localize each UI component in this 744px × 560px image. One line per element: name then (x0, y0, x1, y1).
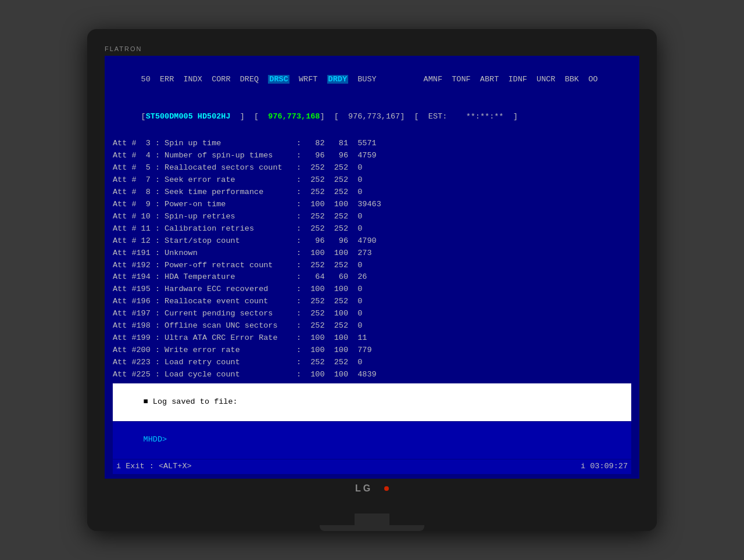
monitor-brand: FLATRON (105, 45, 639, 52)
attribute-row: Att #223 : Load retry count : 252 252 0 (113, 357, 631, 369)
log-text: ■ Log saved to file: (144, 397, 238, 406)
status-bar: i Exit : <ALT+X> i 03:09:27 (113, 460, 631, 474)
prompt-text: MHDD> (144, 435, 167, 444)
stand-base (320, 525, 424, 531)
drsc-highlight: DRSC (268, 75, 289, 84)
attribute-row: Att # 8 : Seek time performance : 252 25… (113, 186, 631, 199)
attribute-row: Att #198 : Offline scan UNC sectors : 25… (113, 320, 631, 332)
log-row: ■ Log saved to file: (113, 383, 631, 421)
power-led (384, 486, 389, 491)
time-display: i 03:09:27 (581, 461, 628, 473)
drive-name: ST500DM005 HD502HJ (146, 112, 231, 121)
attribute-row: Att # 10 : Spin-up retries : 252 252 0 (113, 211, 631, 223)
lg-logo: LG (355, 483, 373, 494)
header-mid: WRFT (289, 75, 327, 84)
attribute-row: Att # 5 : Reallocated sectors count : 25… (113, 162, 631, 174)
attribute-row: Att #195 : Hardware ECC recovered : 100 … (113, 283, 631, 296)
bracket1: [ (141, 112, 146, 121)
bracket3: ] [ (320, 112, 348, 121)
monitor: FLATRON 50 ERR INDX CORR DREQ DRSC WRFT … (87, 29, 657, 531)
attribute-row: Att # 12 : Start/stop count : 96 96 4790 (113, 235, 631, 247)
stand-neck (355, 514, 389, 525)
screen: 50 ERR INDX CORR DREQ DRSC WRFT DRDY BUS… (105, 56, 639, 479)
attribute-row: Att # 11 : Calibration retries : 252 252… (113, 223, 631, 235)
bracket2: ] [ (231, 112, 269, 121)
drdy-highlight: DRDY (327, 75, 348, 84)
attribute-row: Att #200 : Write error rate : 100 100 77… (113, 344, 631, 357)
bracket4: ] [ EST: (400, 112, 466, 121)
attribute-row: Att # 3 : Spin up time : 82 81 5571 (113, 138, 631, 150)
attribute-row: Att #199 : Ultra ATA CRC Error Rate : 10… (113, 332, 631, 344)
attributes-container: Att # 3 : Spin up time : 82 81 5571Att #… (113, 138, 631, 380)
attribute-row: Att # 4 : Number of spin-up times : 96 9… (113, 150, 631, 162)
header-right: BUSY AMNF TONF ABRT IDNF UNCR BBK OO (348, 75, 598, 84)
attribute-row: Att #225 : Load cycle count : 100 100 48… (113, 369, 631, 381)
attribute-row: Att #191 : Unknown : 100 100 273 (113, 247, 631, 260)
attribute-row: Att #196 : Reallocate event count : 252 … (113, 296, 631, 308)
attribute-row: Att #192 : Power-off retract count : 252… (113, 260, 631, 272)
est-value: **:**:** (466, 112, 504, 121)
sectors2: 976,773,167 (348, 112, 400, 121)
attribute-row: Att # 9 : Power-on time : 100 100 39463 (113, 199, 631, 211)
header-left: 50 ERR INDX CORR DREQ (141, 75, 269, 84)
prompt-row: MHDD> (113, 422, 631, 460)
attribute-row: Att # 7 : Seek error rate : 252 252 0 (113, 174, 631, 186)
monitor-bottom: LG (105, 479, 639, 496)
exit-label: i Exit : <ALT+X> (116, 461, 192, 473)
bracket5: ] (503, 112, 517, 121)
sectors1: 976,773,168 (268, 112, 320, 121)
attribute-row: Att #197 : Current pending sectors : 252… (113, 308, 631, 320)
header-row: 50 ERR INDX CORR DREQ DRSC WRFT DRDY BUS… (113, 62, 631, 98)
attribute-row: Att #194 : HDA Temperature : 64 60 26 (113, 271, 631, 283)
monitor-stand (320, 514, 424, 531)
drive-info-row: [ST500DM005 HD502HJ ] [ 976,773,168] [ 9… (113, 99, 631, 136)
